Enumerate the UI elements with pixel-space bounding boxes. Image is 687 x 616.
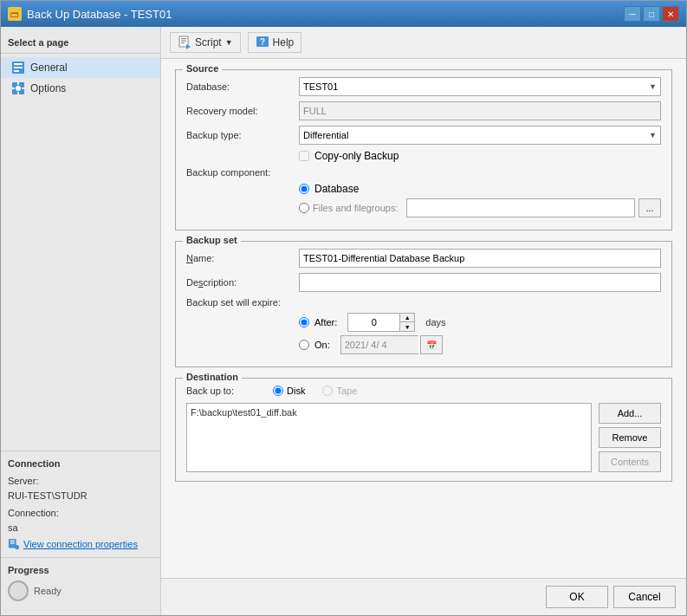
database-radio-row: Database (299, 183, 661, 195)
destination-list[interactable]: F:\backup\test01_diff.bak (186, 403, 592, 472)
on-label: On: (314, 340, 330, 350)
help-icon: ? (256, 36, 269, 49)
server-label: Server: (8, 474, 153, 489)
script-icon (178, 36, 191, 49)
backup-desc-label: Description: (186, 277, 299, 288)
backup-type-select[interactable]: Differential ▼ (299, 126, 661, 145)
recovery-model-row: Recovery model: (186, 101, 661, 120)
date-input (340, 335, 418, 354)
cancel-button[interactable]: Cancel (613, 586, 676, 608)
sidebar-item-general[interactable]: General (1, 57, 160, 78)
copy-only-label: Copy-only Backup (314, 150, 399, 162)
sidebar-label-options: Options (30, 82, 66, 94)
backup-type-dropdown-arrow: ▼ (649, 131, 657, 139)
database-label: Database: (186, 81, 299, 92)
title-buttons: ─ □ ✕ (624, 6, 679, 22)
connection-title: Connection (8, 458, 153, 469)
files-radio-label: Files and filegroups: (313, 203, 398, 213)
backup-component-label-row: Backup component: (186, 167, 661, 178)
spinner-down-button[interactable]: ▼ (400, 322, 414, 331)
on-radio-row: On: 📅 (299, 335, 661, 354)
footer: OK Cancel (161, 578, 686, 615)
date-control: 📅 (340, 335, 443, 354)
script-dropdown-arrow: ▼ (225, 38, 233, 47)
svg-rect-15 (181, 38, 186, 39)
connection-label: Connection: (8, 506, 153, 521)
database-radio[interactable] (299, 184, 309, 194)
on-radio[interactable] (299, 340, 309, 350)
on-row: On: 📅 (299, 335, 661, 354)
progress-title: Progress (8, 565, 153, 575)
remove-button[interactable]: Remove (599, 427, 661, 448)
sidebar-item-options[interactable]: Options (1, 78, 160, 99)
add-button[interactable]: Add... (599, 403, 661, 424)
spinner-up-button[interactable]: ▲ (400, 314, 414, 322)
backup-name-input[interactable] (299, 249, 661, 268)
recovery-model-input (299, 101, 661, 120)
after-radio[interactable] (299, 317, 309, 327)
close-button[interactable]: ✕ (662, 6, 679, 22)
recovery-model-label: Recovery model: (186, 106, 299, 116)
options-icon (11, 81, 25, 95)
source-group: Source Database: TEST01 ▼ Recovery model… (175, 69, 672, 230)
backup-desc-input[interactable] (299, 273, 661, 292)
tape-option: Tape (322, 386, 357, 396)
database-dropdown-arrow: ▼ (649, 82, 657, 91)
progress-status: Ready (34, 586, 62, 596)
disk-radio[interactable] (273, 386, 283, 396)
svg-rect-17 (181, 42, 185, 43)
backup-name-label: Name: (186, 253, 299, 263)
backup-type-label: Backup type: (186, 130, 299, 140)
svg-rect-16 (181, 41, 186, 42)
svg-rect-6 (17, 82, 19, 85)
backup-type-value: Differential (303, 130, 348, 140)
files-input[interactable] (406, 198, 635, 217)
copy-only-checkbox[interactable] (299, 151, 309, 161)
sidebar-section-title: Select a page (1, 34, 160, 54)
minimize-button[interactable]: ─ (624, 6, 641, 22)
progress-spinner-icon (8, 580, 29, 601)
main-content: Script ▼ ? Help Source (161, 27, 686, 615)
after-row: After: ▲ ▼ days (299, 313, 661, 332)
database-value: TEST01 (303, 81, 338, 92)
database-select[interactable]: TEST01 ▼ (299, 77, 661, 96)
connection-section: Connection Server: RUI-TEST\STUDR Connec… (1, 451, 160, 557)
sidebar: Select a page General (1, 27, 161, 615)
contents-button[interactable]: Contents (599, 451, 661, 472)
help-label: Help (273, 36, 295, 49)
files-radio[interactable] (299, 203, 309, 213)
svg-rect-1 (14, 63, 23, 65)
database-radio-label: Database (314, 183, 359, 195)
destination-body: F:\backup\test01_diff.bak Add... Remove … (186, 403, 661, 472)
after-value-input[interactable] (347, 313, 399, 332)
spinner-buttons: ▲ ▼ (399, 313, 415, 332)
maximize-button[interactable]: □ (643, 6, 660, 22)
backup-name-row: Name: (186, 249, 661, 268)
svg-text:?: ? (260, 37, 265, 47)
source-legend: Source (183, 63, 222, 74)
server-value: RUI-TEST\STUDR (8, 489, 153, 503)
window-icon: 🗃 (8, 7, 22, 21)
svg-rect-11 (10, 541, 15, 541)
script-button[interactable]: Script ▼ (170, 32, 241, 53)
destination-legend: Destination (183, 372, 242, 382)
files-radio-row: Files and filegroups: ... (299, 198, 661, 217)
help-button[interactable]: ? Help (248, 32, 302, 53)
view-connection-link[interactable]: View connection properties (8, 538, 153, 550)
database-radio-group: Database Files and filegroups: ... (299, 183, 661, 217)
files-browse-button[interactable]: ... (638, 198, 661, 217)
ok-button[interactable]: OK (546, 586, 608, 608)
window-title: Back Up Database - TEST01 (27, 8, 172, 21)
backup-to-label: Back up to: (186, 386, 256, 396)
backup-set-legend: Backup set (183, 235, 241, 245)
svg-rect-8 (12, 88, 15, 89)
view-connection-text: View connection properties (23, 539, 138, 549)
backup-to-row: Back up to: Disk Tape (186, 386, 661, 396)
destination-file-path: F:\backup\test01_diff.bak (191, 407, 297, 418)
date-picker-button: 📅 (420, 335, 443, 354)
days-label: days (425, 317, 445, 327)
svg-point-5 (16, 86, 21, 91)
title-bar: 🗃 Back Up Database - TEST01 ─ □ ✕ (1, 1, 686, 27)
tape-radio (322, 386, 333, 396)
after-radio-row: After: ▲ ▼ days (299, 313, 661, 332)
